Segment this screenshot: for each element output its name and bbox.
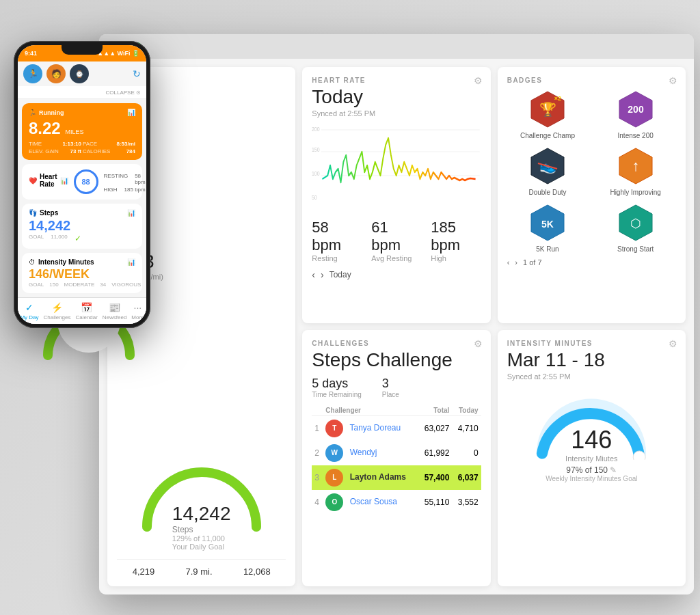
hr-resting-value: 58 bpm <box>312 219 355 254</box>
bottom-stat-1: 4,219 <box>133 566 155 577</box>
phone-hr-chart-icon[interactable]: 📊 <box>60 177 68 184</box>
challenge-table: Challenger Total Today 1 T Tanya Doreau <box>312 405 481 515</box>
challenge-row-1: 1 T Tanya Doreau 63,027 4,710 <box>312 415 481 441</box>
hr-nav: ‹ › Today <box>312 269 481 280</box>
name-2: Wendyj <box>350 448 377 457</box>
challenges-card: CHALLENGES Steps Challenge ⚙ 5 days Time… <box>302 330 490 586</box>
browser-window: 8:53 Pace (min/mi) 14,242 Steps 129% of … <box>99 34 694 594</box>
hr-avg-label: Avg Resting <box>371 254 414 262</box>
total-1: 63,027 <box>418 415 453 441</box>
badge-hex-double-duty: 👟 <box>528 146 567 186</box>
hr-stats: 58 bpm Resting 61 bpm Avg Resting 185 bp… <box>312 219 481 262</box>
phone-hr-high-row: HIGH 185 bpm <box>104 187 146 193</box>
hr-prev-arrow[interactable]: ‹ <box>312 269 315 280</box>
today-2: 0 <box>452 441 481 465</box>
badges-count: 1 of 7 <box>523 258 542 266</box>
challenge-row-3: 3 L Layton Adams 57,400 6,037 <box>312 465 481 490</box>
name-4: Oscar Sousa <box>350 497 397 506</box>
bottom-stats: 4,219 7.9 mi. 12,068 <box>117 559 286 577</box>
phone-nav-tabs: ✓ My Day ⚡ Challenges 📅 Calendar 📰 <box>18 297 146 324</box>
edit-icon[interactable]: ✎ <box>610 465 617 475</box>
phone-hr-resting-val: 58 bpm <box>135 173 146 185</box>
challenge-row-2: 2 W Wendyj 61,992 0 <box>312 441 481 465</box>
more-icon: ··· <box>134 302 142 313</box>
avatar-4: O <box>325 493 343 511</box>
phone-intensity-widget: ⏱ Intensity Minutes 📊 146/WEEK GOAL 150 … <box>22 253 142 293</box>
steps-percent: 129% of 11,000 <box>172 534 231 543</box>
bottom-stat-2: 7.9 mi. <box>186 566 213 577</box>
phone-chart-icon[interactable]: 📊 <box>127 109 135 116</box>
phone-notch <box>62 45 103 55</box>
phone-steps-goal-val: 11,000 <box>51 234 67 243</box>
desktop: 8:53 Pace (min/mi) 14,242 Steps 129% of … <box>0 0 700 615</box>
hr-chart: 200 150 100 50 <box>312 124 481 213</box>
challenger-1: T Tanya Doreau <box>323 415 418 441</box>
intensity-gauge-label: Intensity Miutes <box>546 454 637 463</box>
badges-grid: 🏆 ×2 Challenge Champ 200 <box>507 90 676 253</box>
badges-nav: ‹ › 1 of 7 <box>507 258 676 266</box>
phone-intensity-header: ⏱ Intensity Minutes 📊 <box>29 258 135 266</box>
phone-icon-profile[interactable]: 🏃 <box>23 64 42 83</box>
phone-steps-goal-row: GOAL 11,000 ✓ <box>29 234 135 243</box>
phone-steps-chart-icon[interactable]: 📊 <box>127 209 135 217</box>
challenges-gear-icon[interactable]: ⚙ <box>474 338 483 349</box>
total-3: 57,400 <box>418 465 453 490</box>
steps-gauge-value: 14,242 <box>172 503 231 525</box>
phone-app: 🏃 🧑 ⌚ ↻ COLLAPSE ⊙ 🏃 Ru <box>18 62 146 324</box>
phone-tab-challenges[interactable]: ⚡ Challenges <box>43 302 70 320</box>
phone-top-icons: 🏃 🧑 ⌚ ↻ <box>18 62 146 86</box>
intensity-section-label: INTENSITY MINUTES <box>507 340 676 347</box>
rank-4: 4 <box>312 490 323 515</box>
svg-text:⬡: ⬡ <box>630 217 641 230</box>
more-label: More <box>131 314 144 320</box>
phone-hr-values: RESTING 58 bpm <box>104 173 146 185</box>
challenge-place: 3 Place <box>382 377 399 398</box>
challenger-3: L Layton Adams <box>323 465 418 490</box>
svg-text:150: 150 <box>312 146 320 153</box>
phone-steps-header: 👣 Steps 📊 <box>29 209 135 217</box>
phone-device: 9:41 ▲▲▲ WiFi 🔋 🏃 🧑 ⌚ ↻ <box>14 41 150 328</box>
phone-tab-more[interactable]: ··· More <box>131 302 144 320</box>
phone-refresh-icon[interactable]: ↻ <box>133 68 141 79</box>
phone-icon-watch[interactable]: ⌚ <box>70 64 89 83</box>
svg-text:100: 100 <box>312 170 320 177</box>
badges-gear-icon[interactable]: ⚙ <box>669 75 677 86</box>
intensity-card: INTENSITY MINUTES Mar 11 - 18 Synced at … <box>498 330 686 586</box>
hr-resting-label: Resting <box>312 254 355 262</box>
phone-tab-newsfeed[interactable]: 📰 Newsfeed <box>103 302 127 320</box>
phone-icon-avatar[interactable]: 🧑 <box>46 64 66 83</box>
phone-steps-widget: 👣 Steps 📊 14,242 GOAL 11,000 ✓ <box>22 204 142 249</box>
total-2: 61,992 <box>418 441 453 465</box>
phone-tab-calendar[interactable]: 📅 Calendar <box>75 302 97 320</box>
hr-next-arrow[interactable]: › <box>321 269 324 280</box>
phone-hr-content: 88 RESTING 58 bpm HIGH 185 bpm <box>74 169 146 194</box>
challenges-section-label: CHALLENGES <box>312 340 481 347</box>
badges-next-arrow[interactable]: › <box>515 258 517 266</box>
challenges-icon: ⚡ <box>51 302 63 313</box>
phone-intensity-mod-label: MODERATE <box>64 282 95 288</box>
phone-signal: ▲▲▲ WiFi 🔋 <box>97 50 139 57</box>
badges-prev-arrow[interactable]: ‹ <box>507 258 510 266</box>
hr-gear-icon[interactable]: ⚙ <box>474 75 483 86</box>
phone-stat-cal: CALORIES 784 <box>83 148 135 154</box>
phone-intensity-details: GOAL 150 MODERATE 34 VIGOROUS 56 <box>29 282 135 288</box>
phone-intensity-chart-icon[interactable]: 📊 <box>127 258 135 266</box>
phone-screen: 9:41 ▲▲▲ WiFi 🔋 🏃 🧑 ⌚ ↻ <box>18 45 146 324</box>
phone-tab-myday[interactable]: ✓ My Day <box>20 302 38 320</box>
collapse-bar[interactable]: COLLAPSE ⊙ <box>18 86 146 99</box>
phone-intensity-label: Intensity Minutes <box>38 258 94 266</box>
phone-hr-high-label: HIGH <box>104 187 118 193</box>
col-today: Today <box>452 405 481 416</box>
hr-title: Today <box>312 87 481 108</box>
badge-label-highly-improving: Highly Improving <box>610 189 660 196</box>
calendar-icon: 📅 <box>81 302 92 313</box>
steps-gauge-section: 14,242 Steps 129% of 11,000 Your Daily G… <box>117 455 286 551</box>
badge-hex-strong-start: ⬡ <box>616 203 656 243</box>
newsfeed-label: Newsfeed <box>103 314 127 320</box>
steps-goal-label: Your Daily Goal <box>172 543 231 551</box>
intensity-gear-icon[interactable]: ⚙ <box>669 338 677 349</box>
phone-intensity-vig-label: VIGOROUS <box>111 282 141 288</box>
phone-running-widget: 🏃 Running 📊 8.22 MILES TIME 1:13:10 <box>22 103 142 160</box>
hr-nav-label: Today <box>329 270 351 279</box>
rank-1: 1 <box>312 415 323 441</box>
